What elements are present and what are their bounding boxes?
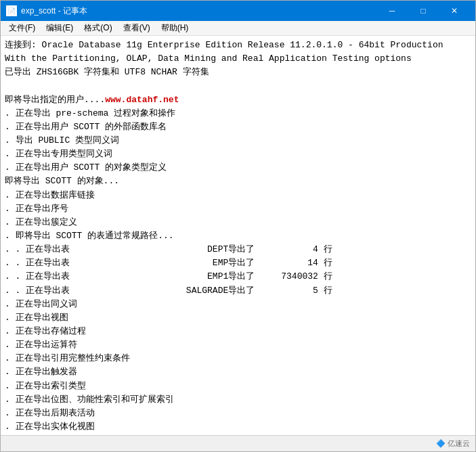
text-content: 连接到: Oracle Database 11g Enterprise Edit…: [5, 39, 471, 435]
menu-edit[interactable]: 编辑(E): [41, 22, 79, 35]
menu-help[interactable]: 帮助(H): [156, 22, 194, 35]
window-title: exp_scott - 记事本: [21, 5, 87, 17]
menu-file[interactable]: 文件(F): [3, 22, 41, 35]
watermark-text: www.datahf.net: [105, 95, 179, 105]
title-bar: 📄 exp_scott - 记事本 ─ □ ✕: [1, 1, 475, 21]
title-bar-left: 📄 exp_scott - 记事本: [6, 5, 87, 17]
text-editor-area[interactable]: 连接到: Oracle Database 11g Enterprise Edit…: [1, 36, 475, 435]
menu-view[interactable]: 查看(V): [118, 22, 156, 35]
status-logo-text: 🔷 亿速云: [436, 438, 470, 449]
maximize-button[interactable]: □: [408, 1, 439, 21]
minimize-button[interactable]: ─: [376, 1, 408, 21]
app-icon: 📄: [6, 5, 17, 16]
title-bar-controls: ─ □ ✕: [376, 1, 470, 21]
menu-bar: 文件(F) 编辑(E) 格式(O) 查看(V) 帮助(H): [1, 21, 475, 36]
close-button[interactable]: ✕: [439, 1, 470, 21]
main-window: 📄 exp_scott - 记事本 ─ □ ✕ 文件(F) 编辑(E) 格式(O…: [0, 0, 476, 452]
menu-format[interactable]: 格式(O): [79, 22, 117, 35]
status-bar: 🔷 亿速云: [1, 435, 475, 451]
